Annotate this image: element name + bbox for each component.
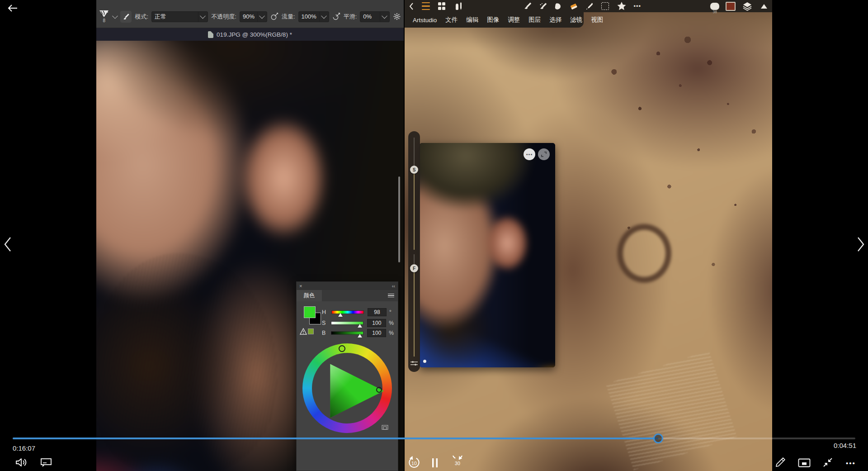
player-more-button[interactable]: ••• [843, 457, 859, 469]
ps-title-bar[interactable]: 019.JPG @ 300%(RGB/8) * [96, 28, 404, 41]
saturation-slider[interactable] [331, 321, 363, 325]
hue-slider[interactable] [331, 310, 364, 314]
brush-tool-button[interactable] [120, 11, 132, 23]
pip-button[interactable] [797, 457, 812, 469]
menu-item-edit[interactable]: 编辑 [466, 16, 478, 24]
mode-select[interactable]: 正常 [151, 11, 208, 22]
main-menu-button[interactable] [418, 0, 434, 12]
color-swatch-button[interactable] [722, 0, 739, 12]
eyedropper-icon [585, 2, 594, 10]
previous-video-button[interactable] [1, 233, 14, 255]
brush-preset-button[interactable]: 8 [98, 10, 110, 23]
hue-ring-selector[interactable] [339, 345, 345, 352]
forward-30-button[interactable]: 30 [449, 455, 466, 470]
tab-color[interactable]: 颜色 [297, 290, 322, 301]
flow-chevron[interactable] [319, 12, 326, 22]
menu-item-select[interactable]: 选择 [549, 16, 561, 24]
volume-button[interactable] [14, 456, 29, 469]
more-icon: ••• [846, 459, 856, 467]
ps-canvas-scrollbar[interactable] [398, 176, 400, 262]
size-slider[interactable] [414, 138, 415, 250]
paint-tool-button[interactable] [519, 0, 535, 12]
gamut-color-swatch[interactable] [308, 328, 314, 334]
triangle-selector[interactable] [376, 387, 382, 393]
progress-bar[interactable] [13, 438, 855, 439]
eraser-tool-button[interactable] [566, 0, 582, 12]
smudge-tool-button[interactable] [550, 0, 566, 12]
smoothing-field[interactable]: 0% [360, 11, 390, 22]
layers-icon [742, 2, 752, 11]
gear-icon[interactable] [393, 12, 401, 21]
brush-settings-button[interactable]: 38 [707, 0, 722, 12]
rewind-10-button[interactable]: 10 [406, 455, 422, 470]
slider-settings-icon[interactable] [410, 360, 418, 367]
wet-paint-tool-button[interactable] [535, 0, 550, 12]
back-button[interactable] [405, 0, 418, 12]
saturation-slider-handle[interactable] [358, 324, 362, 328]
subtitles-button[interactable] [39, 456, 53, 469]
size-slider-handle[interactable]: S [410, 166, 418, 174]
more-tools-button[interactable]: ••• [630, 0, 645, 12]
menu-item-layer[interactable]: 图层 [528, 16, 541, 24]
favorites-button[interactable] [613, 0, 630, 12]
flow-field[interactable]: 100% [298, 11, 329, 22]
mode-value: 正常 [155, 13, 166, 21]
saturation-value-input[interactable]: 100 [367, 319, 386, 327]
collapse-toolbar-button[interactable] [756, 0, 772, 12]
menu-item-file[interactable]: 文件 [445, 16, 458, 24]
hue-value-input[interactable]: 98 [368, 308, 387, 316]
reference-drag-handle[interactable] [423, 360, 426, 363]
chevron-down-icon[interactable] [112, 13, 118, 19]
color-panel-header: × ‹‹ [297, 282, 398, 290]
chevron-left-icon [4, 237, 11, 252]
progress-handle[interactable] [653, 433, 663, 443]
gamut-warning-icon[interactable] [300, 328, 307, 335]
opacity-field[interactable]: 90% [240, 11, 267, 22]
menu-item-image[interactable]: 图像 [487, 16, 499, 24]
hue-unit: ° [389, 309, 392, 315]
tools-button[interactable] [450, 0, 468, 12]
layers-button[interactable] [739, 0, 756, 12]
reference-more-button[interactable]: ••• [524, 148, 535, 160]
brightness-value-input[interactable]: 100 [367, 329, 386, 337]
reference-resize-button[interactable] [538, 148, 550, 160]
brightness-slider-handle[interactable] [358, 334, 362, 338]
select-tool-button[interactable] [597, 0, 613, 12]
foreground-color-swatch[interactable] [304, 306, 316, 318]
airbrush-flow-icon[interactable] [332, 12, 340, 21]
brightness-slider[interactable] [331, 331, 363, 335]
panel-menu-icon[interactable] [388, 293, 394, 299]
flow-value: 100% [302, 13, 316, 20]
color-wheel[interactable] [302, 343, 392, 433]
brush-size-label: 8 [103, 18, 105, 23]
menu-item-artstudio[interactable]: Artstudio [413, 17, 437, 24]
reference-image-panel[interactable]: ••• [420, 143, 555, 367]
brush-icon [523, 2, 532, 10]
current-time: 0:16:07 [13, 444, 35, 452]
brightness-unit: % [389, 330, 394, 336]
close-icon[interactable]: × [299, 283, 302, 289]
document-icon [208, 31, 213, 38]
annotate-button[interactable] [773, 456, 788, 469]
ps-options-bar: 8 模式: 正常 不透明度: 90% 流 [96, 0, 404, 28]
opacity-chevron[interactable] [257, 12, 264, 22]
airbrush-opacity-icon[interactable] [270, 12, 278, 21]
menu-item-view[interactable]: 视图 [591, 16, 603, 24]
flow-slider-handle[interactable]: F [410, 264, 418, 272]
collapse-icon[interactable]: ‹‹ [392, 283, 395, 289]
smoothing-chevron[interactable] [380, 12, 387, 22]
as-painting-ear [617, 224, 671, 283]
player-back-button[interactable] [5, 2, 20, 14]
next-video-button[interactable] [854, 233, 867, 255]
hue-slider-handle[interactable] [338, 313, 343, 317]
menu-item-filter[interactable]: 滤镜 [570, 16, 582, 24]
pause-button[interactable] [429, 456, 441, 470]
flow-label: 流量: [282, 13, 295, 21]
panel-resize-icon[interactable] [382, 425, 388, 430]
eyedropper-tool-button[interactable] [582, 0, 597, 12]
mode-chevron [198, 12, 205, 22]
menu-item-adjust[interactable]: 调整 [508, 16, 520, 24]
gallery-button[interactable] [434, 0, 450, 12]
shrink-button[interactable] [821, 456, 835, 469]
grid-icon [438, 2, 446, 10]
